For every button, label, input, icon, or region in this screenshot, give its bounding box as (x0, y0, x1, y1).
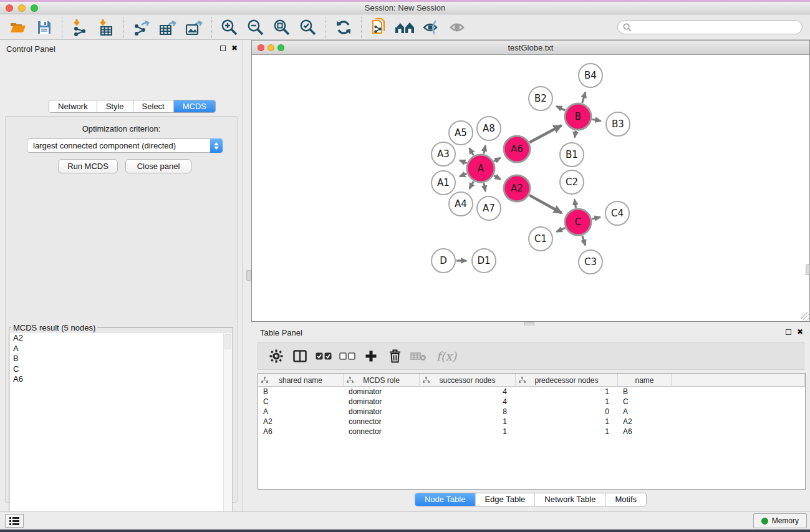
graph-edge-B-B3[interactable] (592, 119, 601, 121)
close-panel-button[interactable]: Close panel (125, 159, 191, 173)
network-window-titlebar[interactable]: testGlobe.txt (252, 41, 809, 55)
graph-edge-A-A8[interactable] (484, 145, 486, 153)
search-field[interactable] (617, 20, 803, 34)
list-item[interactable]: A6 (10, 374, 232, 385)
tab-select[interactable]: Select (133, 100, 174, 112)
table-row[interactable]: A dominator 8 0 A (258, 407, 805, 417)
column-header-shared-name[interactable]: shared name (258, 374, 344, 387)
zoom-fit-button[interactable] (269, 17, 295, 38)
table-body: B dominator 4 1 B C dominator 4 1 C A do… (258, 387, 805, 437)
export-network-icon (133, 19, 150, 36)
app-titlebar[interactable]: Session: New Session (0, 2, 810, 14)
split-view-button[interactable] (288, 345, 312, 367)
criterion-dropdown[interactable]: largest connected component (directed) (27, 138, 223, 153)
table-row[interactable]: B dominator 4 1 B (258, 387, 805, 397)
graph-edge-B-B4[interactable] (582, 92, 586, 103)
import-network-button[interactable] (67, 17, 93, 38)
delete-column-button[interactable] (383, 345, 407, 367)
delete-table-button[interactable] (407, 345, 430, 367)
zoom-selected-button[interactable] (295, 17, 321, 38)
cytoscape-window: Session: New Session (0, 0, 810, 532)
right-split-divider[interactable] (806, 264, 810, 275)
function-builder-button[interactable]: f(x) (430, 345, 463, 367)
tab-motifs[interactable]: Motifs (605, 493, 646, 506)
save-session-button[interactable] (31, 17, 57, 38)
import-table-button[interactable] (93, 17, 119, 38)
plus-icon (365, 350, 377, 362)
table-row[interactable]: C dominator 4 1 C (258, 397, 805, 407)
first-neighbors-button[interactable] (392, 17, 418, 38)
graph-edge-A-A3[interactable] (460, 160, 466, 163)
vertical-split-divider[interactable] (246, 270, 251, 281)
search-input[interactable] (632, 22, 797, 32)
graph-edge-C-C2[interactable] (574, 200, 576, 208)
tab-node-table[interactable]: Node Table (415, 493, 476, 506)
zoom-out-button[interactable] (243, 17, 269, 38)
export-image-button[interactable] (181, 17, 207, 38)
show-all-button[interactable] (445, 17, 471, 38)
export-network-button[interactable] (128, 17, 155, 38)
refresh-icon (335, 19, 352, 36)
table-row[interactable]: A2 connector 1 1 A2 (258, 417, 805, 427)
graph-edge-A-A4[interactable] (470, 181, 474, 189)
table-settings-button[interactable] (264, 345, 288, 367)
shared-column-icon (347, 377, 354, 384)
table-toolbar: f(x) (258, 342, 804, 370)
open-session-button[interactable] (5, 17, 31, 38)
list-item[interactable]: C (10, 364, 232, 375)
toolbar-separator (325, 17, 326, 38)
list-item[interactable]: A (10, 344, 232, 354)
column-header-successor-nodes[interactable]: successor nodes (420, 374, 516, 387)
graph-edge-C-C4[interactable] (592, 217, 600, 219)
add-column-button[interactable] (359, 345, 383, 367)
column-header-empty (672, 374, 805, 387)
deselect-all-columns-button[interactable] (335, 345, 359, 367)
graph-edge-A6-B[interactable] (529, 125, 561, 142)
node-table[interactable]: shared name MCDS role successor nodes (258, 373, 806, 490)
hide-selected-button[interactable] (418, 17, 445, 38)
select-all-columns-button[interactable] (312, 345, 335, 367)
column-header-predecessor-nodes[interactable]: predecessor nodes (516, 374, 618, 387)
table-row[interactable]: A6 connector 1 1 A6 (258, 427, 805, 437)
scrollbar[interactable] (223, 333, 232, 532)
tab-network-table[interactable]: Network Table (535, 493, 605, 506)
tab-mcds[interactable]: MCDS (174, 100, 215, 112)
list-item[interactable]: A2 (10, 333, 232, 344)
float-panel-icon[interactable] (220, 46, 226, 51)
tab-style[interactable]: Style (97, 100, 133, 112)
new-network-from-selection-button[interactable] (366, 17, 392, 38)
task-history-button[interactable] (5, 514, 24, 528)
tab-edge-table[interactable]: Edge Table (475, 493, 535, 506)
task-list-icon (9, 517, 19, 525)
close-panel-icon[interactable]: ✖ (797, 329, 803, 335)
refresh-button[interactable] (330, 17, 357, 38)
graph-edge-A-A7[interactable] (484, 183, 486, 191)
window-resize-grip[interactable] (801, 312, 809, 321)
mcds-result-list[interactable]: A2 A B C A6 (10, 333, 232, 532)
graph-edge-C-C3[interactable] (582, 236, 586, 245)
graph-edge-A-A1[interactable] (460, 174, 466, 177)
column-header-name[interactable]: name (618, 374, 672, 387)
graph-edge-A-A6[interactable] (494, 158, 500, 162)
zoom-in-button[interactable] (216, 17, 243, 38)
close-panel-icon[interactable]: ✖ (231, 45, 238, 51)
graph-edge-A-A5[interactable] (470, 148, 474, 155)
tab-network[interactable]: Network (49, 100, 97, 112)
graph-edge-B-B1[interactable] (575, 131, 576, 138)
graph-node-label-A7: A7 (483, 203, 495, 214)
graph-edge-A2-C[interactable] (529, 195, 562, 213)
network-canvas[interactable]: B4B2BB3A8A5A6A3B1AC2A1A2A4A7C4CC1DD1C3 (252, 55, 809, 321)
control-panel-tabs: Network Style Select MCDS (49, 100, 216, 113)
float-panel-icon[interactable] (786, 329, 791, 335)
column-header-mcds-role[interactable]: MCDS role (344, 374, 420, 387)
memory-button[interactable]: Memory (753, 513, 807, 528)
trash-icon (389, 349, 401, 363)
export-table-button[interactable] (155, 17, 181, 38)
graph-edge-C-C1[interactable] (557, 228, 565, 231)
graph-node-label-C2: C2 (566, 177, 578, 188)
graph-edge-B-B2[interactable] (556, 106, 565, 110)
list-item[interactable]: B (10, 354, 232, 364)
run-mcds-button[interactable]: Run MCDS (58, 159, 118, 173)
memory-label: Memory (772, 516, 799, 525)
graph-edge-A-A2[interactable] (494, 176, 501, 180)
